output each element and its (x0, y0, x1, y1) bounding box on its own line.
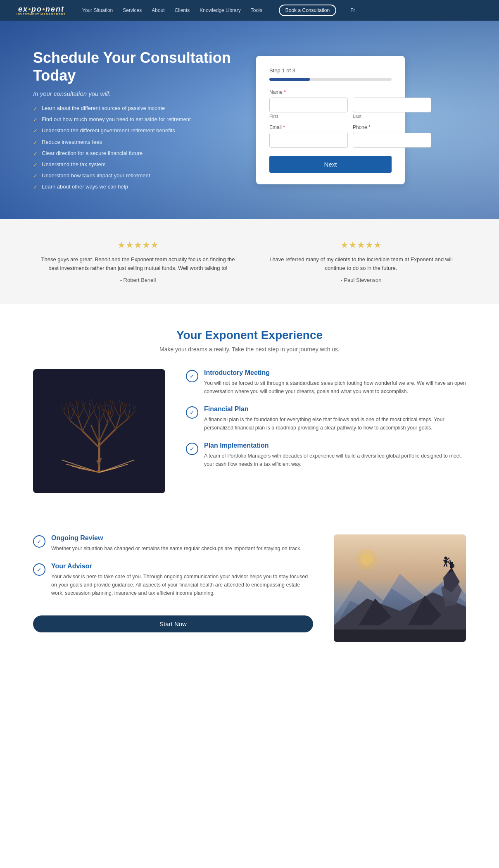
step-4: ✓ Ongoing Review Whether your situation … (33, 534, 313, 553)
hero-content: Schedule Your Consultation Today In your… (33, 49, 231, 191)
name-label: Name * (269, 89, 392, 95)
step-check-icon: ✓ (190, 446, 195, 452)
testimonial-card-2: ★★★★★ I have referred many of my clients… (262, 240, 460, 283)
first-label: First (269, 114, 348, 119)
check-icon: ✓ (33, 127, 38, 135)
testimonial-text-2: I have referred many of my clients to th… (262, 255, 460, 273)
email-label: Email * (269, 124, 348, 130)
step-3-title: Plan Implementation (204, 442, 466, 449)
list-item: ✓Understand the different government ret… (33, 127, 231, 135)
testimonial-text-1: These guys are great. Benoit and the Exp… (39, 255, 237, 273)
first-name-group: First (269, 98, 348, 119)
hero-subtitle: In your consultation you will: (33, 90, 231, 97)
nav-knowledge-library[interactable]: Knowledge Library (200, 7, 240, 13)
form-card: Step 1 of 3 33% Name * First La (256, 56, 405, 184)
progress-bar-container: 33% (269, 78, 392, 81)
list-item: ✓Learn about other ways we can help (33, 183, 231, 191)
testimonial-author-2: - Paul Stevenson (262, 277, 460, 283)
contact-row: Email * Phone * (269, 124, 392, 148)
testimonial-card-1: ★★★★★ These guys are great. Benoit and t… (39, 240, 237, 283)
svg-rect-95 (334, 630, 466, 642)
mountain-illustration (334, 534, 466, 642)
next-button[interactable]: Next (269, 156, 392, 173)
hero-section: Schedule Your Consultation Today In your… (0, 21, 499, 219)
start-now-button[interactable]: Start Now (33, 615, 313, 632)
last-name-group: Last (353, 98, 431, 119)
step-1: ✓ Introductory Meeting You will not be f… (186, 369, 466, 396)
list-item: ✓Reduce investments fees (33, 138, 231, 146)
step-indicator: Step 1 of 3 (269, 67, 392, 74)
nav-logo: e x p o n e n t INVESTMENT MANAGEMENT (17, 5, 66, 16)
step-1-desc: You will not be forced to sit through a … (204, 379, 466, 396)
email-input[interactable] (269, 133, 348, 148)
svg-point-106 (444, 556, 447, 559)
stars-2: ★★★★★ (262, 240, 460, 250)
bottom-section: ✓ Ongoing Review Whether your situation … (0, 518, 499, 667)
step-5-icon: ✓ (33, 563, 45, 576)
step-check-icon: ✓ (37, 566, 42, 573)
check-icon: ✓ (33, 116, 38, 124)
step-4-title: Ongoing Review (51, 534, 302, 542)
check-icon: ✓ (33, 150, 38, 157)
nav-language[interactable]: Fr (350, 7, 355, 13)
check-icon: ✓ (33, 161, 38, 169)
nav-services[interactable]: Services (123, 7, 142, 13)
hero-checklist: ✓Learn about the different sources of pa… (33, 105, 231, 191)
step-4-desc: Whether your situation has changed or re… (51, 544, 302, 553)
step-1-title: Introductory Meeting (204, 369, 466, 377)
step-5-content: Your Advisor Your advisor is here to tak… (51, 563, 313, 597)
list-item: ✓Understand the tax system (33, 161, 231, 169)
book-consultation-button[interactable]: Book a Consultation (279, 5, 336, 16)
tree-image (33, 369, 165, 493)
progress-bar-fill: 33% (269, 78, 310, 81)
check-icon: ✓ (33, 139, 38, 146)
step-2-title: Financial Plan (204, 405, 466, 413)
step-2: ✓ Financial Plan A financial plan is the… (186, 405, 466, 432)
required-mark: * (283, 124, 285, 130)
phone-input[interactable] (353, 133, 431, 148)
svg-rect-100 (452, 564, 454, 568)
step-4-content: Ongoing Review Whether your situation ha… (51, 534, 302, 553)
experience-steps: ✓ Introductory Meeting You will not be f… (186, 369, 466, 468)
experience-title: Your Exponent Experience (33, 329, 466, 342)
step-3: ✓ Plan Implementation A team of Portfoli… (186, 442, 466, 468)
nav-clients[interactable]: Clients (175, 7, 190, 13)
last-name-input[interactable] (353, 98, 431, 112)
step-3-icon: ✓ (186, 443, 198, 455)
consultation-form-area: Step 1 of 3 33% Name * First La (256, 56, 405, 184)
nav-links: Your Situation Services About Clients Kn… (82, 5, 482, 16)
step-5-title: Your Advisor (51, 563, 313, 570)
required-mark: * (368, 124, 371, 130)
required-mark: * (284, 89, 286, 95)
step-4-icon: ✓ (33, 535, 45, 548)
nav-about[interactable]: About (152, 7, 164, 13)
step-1-icon: ✓ (186, 370, 198, 382)
nav-tools[interactable]: Tools (251, 7, 262, 13)
testimonial-author-1: - Robert Benell (39, 277, 237, 283)
experience-subtitle: Make your dreams a reality. Take the nex… (33, 346, 466, 353)
experience-section: Your Exponent Experience Make your dream… (0, 304, 499, 518)
last-label: Last (353, 114, 431, 119)
email-group: Email * (269, 124, 348, 148)
step-2-content: Financial Plan A financial plan is the f… (204, 405, 466, 432)
list-item: ✓Clear direction for a secure financial … (33, 150, 231, 157)
list-item: ✓Understand how taxes impact your retire… (33, 172, 231, 180)
step-2-icon: ✓ (186, 406, 198, 419)
step-check-icon: ✓ (190, 409, 195, 416)
step-5-desc: Your advisor is here to take care of you… (51, 572, 313, 597)
step-5: ✓ Your Advisor Your advisor is here to t… (33, 563, 313, 597)
first-name-input[interactable] (269, 98, 348, 112)
check-icon: ✓ (33, 172, 38, 180)
nav-your-situation[interactable]: Your Situation (82, 7, 113, 13)
phone-label: Phone * (353, 124, 431, 130)
list-item: ✓Find out how much money you need to set… (33, 116, 231, 124)
step-3-content: Plan Implementation A team of Portfolio … (204, 442, 466, 468)
stars-1: ★★★★★ (39, 240, 237, 250)
svg-point-113 (361, 553, 373, 565)
bottom-steps: ✓ Ongoing Review Whether your situation … (33, 534, 313, 632)
hero-title: Schedule Your Consultation Today (33, 49, 231, 84)
step-check-icon: ✓ (190, 373, 195, 379)
testimonials-section: ★★★★★ These guys are great. Benoit and t… (0, 219, 499, 304)
tree-illustration (41, 377, 157, 485)
check-icon: ✓ (33, 105, 38, 112)
